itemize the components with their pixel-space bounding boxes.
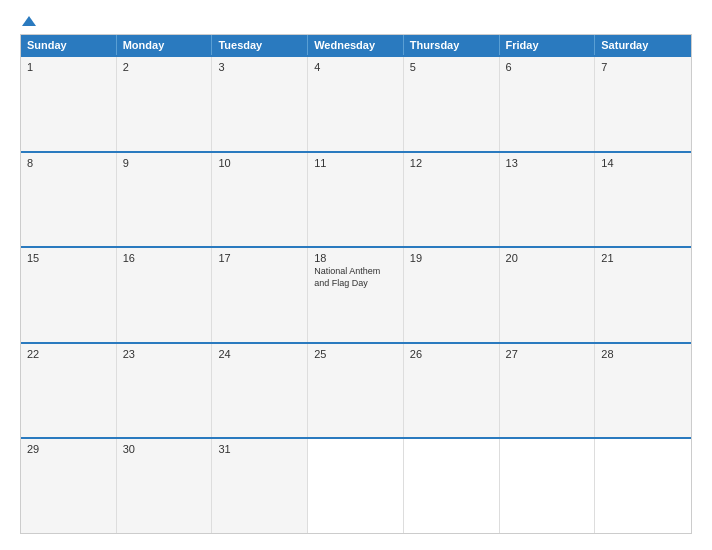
calendar-cell: 10: [212, 153, 308, 247]
calendar-cell: 6: [500, 57, 596, 151]
calendar-cell: 26: [404, 344, 500, 438]
calendar-cell: [308, 439, 404, 533]
day-number: 21: [601, 252, 685, 264]
day-header-thursday: Thursday: [404, 35, 500, 55]
calendar-week-5: 293031: [21, 437, 691, 533]
day-number: 19: [410, 252, 493, 264]
day-number: 11: [314, 157, 397, 169]
calendar-cell: 31: [212, 439, 308, 533]
calendar-cell: 16: [117, 248, 213, 342]
calendar-cell: [595, 439, 691, 533]
day-number: 2: [123, 61, 206, 73]
day-number: 8: [27, 157, 110, 169]
day-number: 1: [27, 61, 110, 73]
calendar-header: SundayMondayTuesdayWednesdayThursdayFrid…: [21, 35, 691, 55]
day-number: 30: [123, 443, 206, 455]
calendar-cell: 15: [21, 248, 117, 342]
calendar-week-3: 15161718National Anthem and Flag Day1920…: [21, 246, 691, 342]
day-header-monday: Monday: [117, 35, 213, 55]
calendar-body: 123456789101112131415161718National Anth…: [21, 55, 691, 533]
calendar-week-1: 1234567: [21, 55, 691, 151]
logo-triangle-icon: [22, 16, 36, 26]
calendar-cell: 19: [404, 248, 500, 342]
calendar-cell: 7: [595, 57, 691, 151]
day-header-sunday: Sunday: [21, 35, 117, 55]
calendar-cell: 24: [212, 344, 308, 438]
day-number: 29: [27, 443, 110, 455]
calendar-cell: 3: [212, 57, 308, 151]
calendar-page: SundayMondayTuesdayWednesdayThursdayFrid…: [0, 0, 712, 550]
day-number: 10: [218, 157, 301, 169]
day-number: 24: [218, 348, 301, 360]
day-number: 3: [218, 61, 301, 73]
calendar: SundayMondayTuesdayWednesdayThursdayFrid…: [20, 34, 692, 534]
calendar-cell: 12: [404, 153, 500, 247]
calendar-cell: 23: [117, 344, 213, 438]
calendar-cell: 20: [500, 248, 596, 342]
calendar-cell: 9: [117, 153, 213, 247]
day-number: 27: [506, 348, 589, 360]
day-number: 17: [218, 252, 301, 264]
day-number: 7: [601, 61, 685, 73]
calendar-cell: [500, 439, 596, 533]
day-number: 13: [506, 157, 589, 169]
day-number: 20: [506, 252, 589, 264]
day-header-friday: Friday: [500, 35, 596, 55]
calendar-cell: 5: [404, 57, 500, 151]
day-number: 26: [410, 348, 493, 360]
logo: [20, 16, 36, 26]
calendar-cell: 11: [308, 153, 404, 247]
calendar-cell: 2: [117, 57, 213, 151]
calendar-cell: 30: [117, 439, 213, 533]
calendar-cell: 8: [21, 153, 117, 247]
calendar-cell: 28: [595, 344, 691, 438]
page-header: [20, 16, 692, 26]
calendar-cell: [404, 439, 500, 533]
calendar-cell: 4: [308, 57, 404, 151]
day-number: 16: [123, 252, 206, 264]
day-number: 22: [27, 348, 110, 360]
day-number: 12: [410, 157, 493, 169]
calendar-cell: 22: [21, 344, 117, 438]
day-number: 5: [410, 61, 493, 73]
calendar-cell: 14: [595, 153, 691, 247]
day-number: 23: [123, 348, 206, 360]
day-number: 31: [218, 443, 301, 455]
day-number: 9: [123, 157, 206, 169]
calendar-cell: 1: [21, 57, 117, 151]
calendar-cell: 27: [500, 344, 596, 438]
calendar-week-4: 22232425262728: [21, 342, 691, 438]
calendar-cell: 13: [500, 153, 596, 247]
day-header-tuesday: Tuesday: [212, 35, 308, 55]
day-number: 15: [27, 252, 110, 264]
calendar-cell: 17: [212, 248, 308, 342]
calendar-week-2: 891011121314: [21, 151, 691, 247]
day-header-saturday: Saturday: [595, 35, 691, 55]
day-header-wednesday: Wednesday: [308, 35, 404, 55]
day-number: 28: [601, 348, 685, 360]
calendar-cell: 18National Anthem and Flag Day: [308, 248, 404, 342]
day-number: 4: [314, 61, 397, 73]
day-number: 14: [601, 157, 685, 169]
day-number: 25: [314, 348, 397, 360]
calendar-cell: 29: [21, 439, 117, 533]
calendar-cell: 21: [595, 248, 691, 342]
calendar-cell: 25: [308, 344, 404, 438]
day-number: 6: [506, 61, 589, 73]
calendar-event: National Anthem and Flag Day: [314, 266, 397, 289]
day-number: 18: [314, 252, 397, 264]
